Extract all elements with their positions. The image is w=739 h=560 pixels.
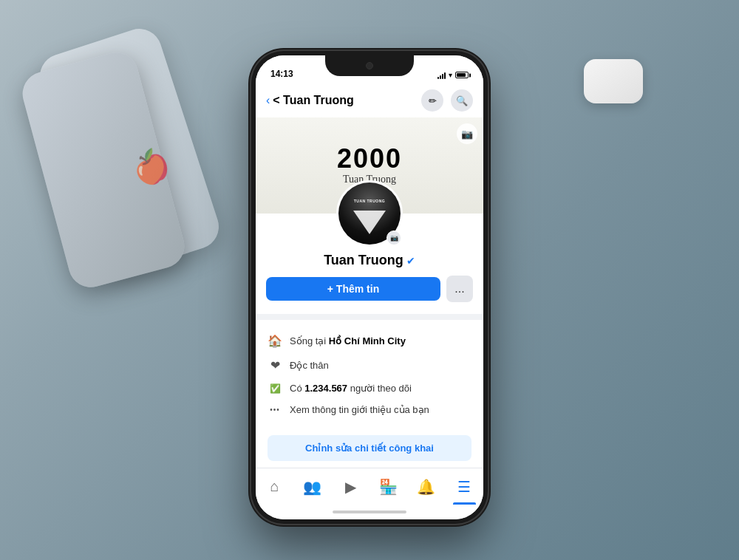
avatar-camera-icon: 📷 — [390, 234, 398, 242]
profile-name-row: Tuan Truong ✔ — [324, 253, 415, 268]
search-icon: 🔍 — [456, 95, 468, 106]
phone-shell: 14:13 ▾ ‹ < — [251, 51, 488, 524]
cover-camera-button[interactable]: 📷 — [457, 123, 477, 144]
info-item-followers: ✅ Có 1.234.567 người theo dõi — [268, 378, 471, 399]
avatar-triangle-icon — [353, 211, 386, 234]
avatar-camera-button[interactable]: 📷 — [386, 231, 401, 245]
dots-icon: ••• — [268, 406, 282, 414]
home-nav-icon: ⌂ — [270, 478, 279, 495]
info-item-location: 🏠 Sống tại Hồ Chí Minh City — [268, 329, 471, 353]
friends-nav-icon: 👥 — [303, 478, 321, 496]
battery-icon — [455, 72, 469, 78]
cover-year: 2000 — [337, 146, 402, 172]
home-icon: 🏠 — [268, 334, 282, 348]
back-arrow-icon[interactable]: ‹ — [266, 94, 270, 107]
home-bar — [333, 511, 406, 513]
info-item-relationship: ❤ Độc thân — [268, 353, 471, 378]
phone-notch — [325, 55, 414, 76]
phone-container: 14:13 ▾ ‹ < — [251, 51, 488, 524]
nav-header: ‹ < Tuan Truong ✏ 🔍 — [256, 83, 483, 117]
nav-left: ‹ < Tuan Truong — [266, 94, 354, 107]
avatar-container: TUAN TRUONG 📷 — [336, 180, 403, 247]
info-item-more: ••• Xem thông tin giới thiệu của bạn — [268, 399, 471, 420]
phone-screen: 14:13 ▾ ‹ < — [256, 55, 483, 519]
nav-right: ✏ 🔍 — [421, 89, 473, 112]
sidebar-item-marketplace[interactable]: 🏪 — [370, 468, 407, 505]
edit-public-button[interactable]: Chỉnh sửa chi tiết công khai — [268, 435, 471, 461]
add-info-button[interactable]: + Thêm tin — [266, 277, 440, 301]
sidebar-item-notifications[interactable]: 🔔 — [407, 468, 445, 505]
profile-section: TUAN TRUONG 📷 Tuan Truong ✔ + Th — [256, 214, 483, 314]
bottom-nav: ⌂ 👥 ▶ 🏪 🔔 ☰ — [256, 468, 483, 505]
checkmark-icon: ✅ — [268, 383, 282, 394]
sidebar-item-watch[interactable]: ▶ — [332, 468, 370, 505]
more-options-button[interactable]: ... — [446, 276, 473, 302]
info-relationship-text: Độc thân — [290, 360, 329, 371]
avatar-label: TUAN TRUONG — [354, 199, 385, 203]
bell-nav-icon: 🔔 — [417, 478, 435, 496]
profile-name: Tuan Truong — [324, 253, 403, 268]
sidebar-item-home[interactable]: ⌂ — [256, 468, 293, 505]
info-location-text: Sống tại Hồ Chí Minh City — [290, 335, 406, 346]
nav-title: < Tuan Truong — [273, 94, 353, 107]
home-indicator — [256, 505, 483, 519]
edit-public-container: Chỉnh sửa chi tiết công khai — [256, 429, 483, 468]
watch-nav-icon: ▶ — [345, 478, 356, 496]
scroll-content[interactable]: 2000 Tuan Truong 📷 TUAN TRUONG — [256, 117, 483, 468]
edit-button[interactable]: ✏ — [421, 89, 443, 112]
menu-nav-icon: ☰ — [457, 478, 471, 496]
heart-icon: ❤ — [268, 358, 282, 372]
status-time: 14:13 — [270, 69, 293, 79]
edit-icon: ✏ — [429, 95, 437, 106]
sidebar-item-menu[interactable]: ☰ — [446, 468, 483, 505]
info-more-text: Xem thông tin giới thiệu của bạn — [290, 404, 429, 415]
info-followers-text: Có 1.234.567 người theo dõi — [290, 383, 412, 394]
notch-camera — [366, 62, 373, 69]
signal-icon — [437, 72, 446, 79]
verified-badge-icon: ✔ — [406, 255, 415, 267]
wifi-icon: ▾ — [449, 71, 452, 79]
status-icons: ▾ — [437, 71, 469, 79]
camera-icon: 📷 — [461, 129, 473, 140]
action-row: + Thêm tin ... — [256, 276, 483, 302]
info-section: 🏠 Sống tại Hồ Chí Minh City ❤ Độc thân ✅… — [256, 320, 483, 429]
cover-text-container: 2000 Tuan Truong — [337, 146, 402, 185]
sidebar-item-friends[interactable]: 👥 — [293, 468, 331, 505]
search-button[interactable]: 🔍 — [451, 89, 473, 112]
marketplace-nav-icon: 🏪 — [379, 478, 398, 496]
airpods-case — [584, 59, 643, 103]
